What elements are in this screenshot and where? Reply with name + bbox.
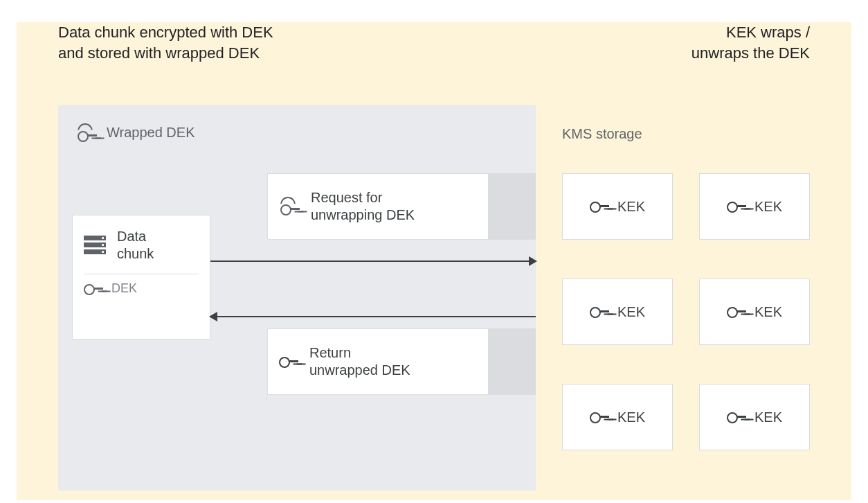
request-text: Request for unwrapping DEK	[311, 189, 415, 224]
header-left-line1: Data chunk encrypted with DEK	[58, 22, 273, 43]
dek-label: DEK	[111, 281, 137, 296]
kek-label: KEK	[754, 304, 782, 320]
header-left: Data chunk encrypted with DEK and stored…	[58, 22, 273, 63]
kek-box: KEK	[699, 384, 810, 450]
data-chunk-label: Data chunk	[117, 228, 154, 263]
kek-box: KEK	[562, 384, 673, 450]
key-icon	[279, 355, 298, 368]
request-box: Request for unwrapping DEK	[267, 173, 489, 240]
key-icon	[727, 200, 746, 213]
key-icon	[590, 306, 609, 318]
kek-box: KEK	[562, 279, 673, 345]
kek-label: KEK	[754, 409, 782, 425]
wrapped-key-icon	[279, 199, 300, 214]
divider	[84, 274, 199, 274]
return-box: Return unwrapped DEK	[267, 328, 489, 395]
diagram-canvas: Data chunk encrypted with DEK and stored…	[17, 22, 851, 500]
kek-box: KEK	[562, 173, 673, 240]
header-right: KEK wraps / unwraps the DEK	[691, 22, 810, 63]
kek-label: KEK	[754, 199, 782, 215]
data-chunk-card: Data chunk DEK	[72, 215, 210, 339]
arrow-return	[210, 316, 536, 317]
key-icon	[727, 306, 746, 318]
kek-box: KEK	[699, 279, 810, 345]
storage-panel-title: Wrapped DEK	[76, 125, 195, 141]
arrow-request	[210, 261, 536, 262]
key-icon	[590, 200, 609, 213]
kek-label: KEK	[617, 409, 645, 425]
header-right-line2: unwraps the DEK	[691, 43, 810, 64]
kek-label: KEK	[617, 304, 645, 320]
kms-storage-title: KMS storage	[562, 126, 642, 142]
key-icon	[84, 283, 103, 295]
kek-box: KEK	[699, 173, 810, 240]
storage-icon	[84, 236, 106, 255]
header-left-line2: and stored with wrapped DEK	[58, 43, 273, 64]
wrapped-key-icon	[76, 125, 97, 141]
data-chunk-header: Data chunk	[84, 228, 199, 263]
dek-row: DEK	[84, 281, 199, 296]
kek-label: KEK	[617, 199, 645, 215]
return-box-shadow	[489, 328, 536, 395]
key-icon	[727, 411, 746, 423]
header-right-line1: KEK wraps /	[691, 22, 810, 43]
storage-panel-title-text: Wrapped DEK	[107, 125, 195, 141]
request-box-shadow	[489, 173, 536, 240]
return-text: Return unwrapped DEK	[309, 344, 410, 379]
key-icon	[590, 411, 609, 423]
